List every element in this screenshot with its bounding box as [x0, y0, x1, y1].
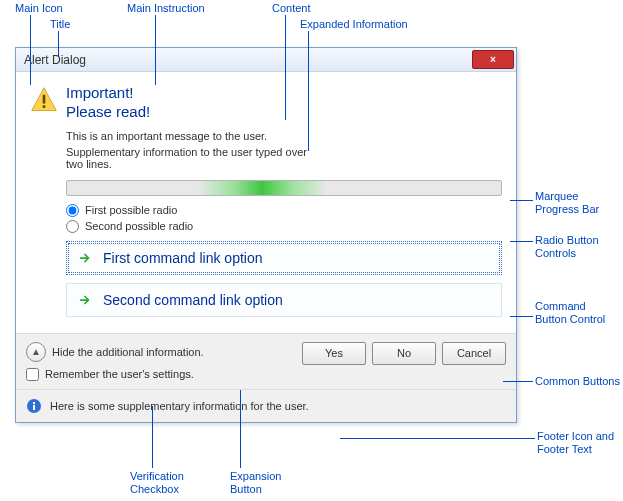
dialog-body: Important! Please read! This is an impor…: [16, 72, 516, 333]
verification-checkbox[interactable]: Remember the user's settings.: [26, 368, 204, 381]
button-footer: ▲ Hide the additional information. Remem…: [16, 333, 516, 389]
yes-button[interactable]: Yes: [302, 342, 366, 365]
expanded-information: Supplementary information to the user ty…: [66, 146, 326, 170]
callout-main-icon: Main Icon: [15, 2, 63, 15]
alert-dialog: Alert Dialog × Important! Please read! T…: [15, 47, 517, 423]
callout-radio-controls: Radio Button Controls: [535, 234, 599, 260]
callout-command-button: Command Button Control: [535, 300, 605, 326]
callout-content: Content: [272, 2, 311, 15]
expansion-button[interactable]: ▲ Hide the additional information.: [26, 342, 204, 362]
callout-expansion: Expansion Button: [230, 470, 281, 496]
callout-common-buttons: Common Buttons: [535, 375, 620, 388]
marquee-progress-bar: [66, 180, 502, 196]
info-icon: [26, 398, 42, 414]
no-button[interactable]: No: [372, 342, 436, 365]
arrow-right-icon: [77, 250, 93, 266]
radio-label-2: Second possible radio: [85, 220, 193, 232]
svg-rect-4: [33, 405, 35, 410]
warning-icon: [30, 84, 58, 180]
close-button[interactable]: ×: [472, 50, 514, 69]
radio-option-1[interactable]: First possible radio: [66, 204, 502, 217]
content-text: This is an important message to the user…: [66, 130, 502, 142]
info-footer: Here is some supplementary information f…: [16, 389, 516, 422]
titlebar: Alert Dialog ×: [16, 48, 516, 72]
command-links: First command link option Second command…: [66, 241, 502, 317]
main-instruction: Important! Please read!: [66, 84, 502, 122]
cancel-button[interactable]: Cancel: [442, 342, 506, 365]
dialog-title: Alert Dialog: [24, 53, 86, 67]
radio-label-1: First possible radio: [85, 204, 177, 216]
svg-rect-5: [33, 402, 35, 404]
radio-option-2[interactable]: Second possible radio: [66, 220, 502, 233]
command-link-1[interactable]: First command link option: [66, 241, 502, 275]
callout-expanded-info: Expanded Information: [300, 18, 408, 31]
verification-label: Remember the user's settings.: [45, 368, 194, 380]
chevron-up-icon: ▲: [26, 342, 46, 362]
callout-marquee: Marquee Progress Bar: [535, 190, 599, 216]
command-link-2[interactable]: Second command link option: [66, 283, 502, 317]
callout-verification: Verification Checkbox: [130, 470, 184, 496]
command-link-1-label: First command link option: [103, 250, 263, 266]
close-icon: ×: [490, 54, 496, 65]
callout-main-instruction: Main Instruction: [127, 2, 205, 15]
arrow-right-icon: [77, 292, 93, 308]
footer-text: Here is some supplementary information f…: [50, 400, 309, 412]
callout-footer-icon-text: Footer Icon and Footer Text: [537, 430, 614, 456]
command-link-2-label: Second command link option: [103, 292, 283, 308]
svg-rect-2: [43, 105, 46, 108]
radio-group: First possible radio Second possible rad…: [66, 204, 502, 233]
expansion-label: Hide the additional information.: [52, 346, 204, 358]
radio-input-1[interactable]: [66, 204, 79, 217]
verification-checkbox-input[interactable]: [26, 368, 39, 381]
svg-rect-1: [43, 95, 46, 104]
common-buttons: Yes No Cancel: [302, 342, 506, 365]
callout-title: Title: [50, 18, 70, 31]
radio-input-2[interactable]: [66, 220, 79, 233]
